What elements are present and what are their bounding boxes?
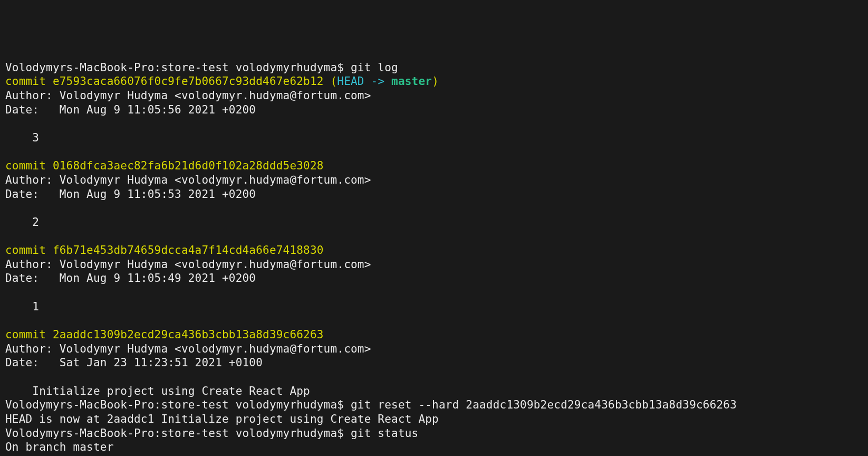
- ref-open: (: [324, 75, 337, 88]
- author-line: Author: Volodymyr Hudyma <volodymyr.hudy…: [5, 89, 371, 102]
- command-git-log: git log: [351, 61, 398, 74]
- commit-line: commit 0168dfca3aec82fa6b21d6d0f102a28dd…: [5, 159, 324, 172]
- terminal-output[interactable]: Volodymyrs-MacBook-Pro:store-test volody…: [5, 61, 863, 456]
- author-line: Author: Volodymyr Hudyma <volodymyr.hudy…: [5, 258, 371, 271]
- commit-line: commit f6b71e453db74659dcca4a7f14cd4a66e…: [5, 244, 324, 256]
- commit-message: 3: [5, 131, 39, 144]
- commit-line: commit 2aaddc1309b2ecd29ca436b3cbb13a8d3…: [5, 328, 324, 341]
- commit-line: commit e7593caca66076f0c9fe7b0667c93dd46…: [5, 75, 324, 88]
- command-git-status: git status: [351, 427, 418, 440]
- date-line: Date: Mon Aug 9 11:05:49 2021 +0200: [5, 272, 256, 284]
- prompt: Volodymyrs-MacBook-Pro:store-test volody…: [5, 398, 351, 411]
- author-line: Author: Volodymyr Hudyma <volodymyr.hudy…: [5, 343, 371, 355]
- commit-message: 2: [5, 216, 39, 229]
- reset-output: HEAD is now at 2aaddc1 Initialize projec…: [5, 413, 439, 425]
- ref-head: HEAD ->: [337, 75, 391, 88]
- command-git-reset: git reset --hard 2aaddc1309b2ecd29ca436b…: [351, 398, 737, 411]
- status-line: On branch master: [5, 441, 114, 453]
- commit-message: 1: [5, 300, 39, 313]
- date-line: Date: Sat Jan 23 11:23:51 2021 +0100: [5, 356, 263, 369]
- ref-close: ): [432, 75, 439, 88]
- author-line: Author: Volodymyr Hudyma <volodymyr.hudy…: [5, 174, 371, 186]
- date-line: Date: Mon Aug 9 11:05:53 2021 +0200: [5, 188, 256, 201]
- commit-message: Initialize project using Create React Ap…: [5, 385, 310, 397]
- ref-branch: master: [391, 75, 432, 88]
- prompt: Volodymyrs-MacBook-Pro:store-test volody…: [5, 61, 351, 74]
- prompt: Volodymyrs-MacBook-Pro:store-test volody…: [5, 427, 351, 440]
- date-line: Date: Mon Aug 9 11:05:56 2021 +0200: [5, 103, 256, 116]
